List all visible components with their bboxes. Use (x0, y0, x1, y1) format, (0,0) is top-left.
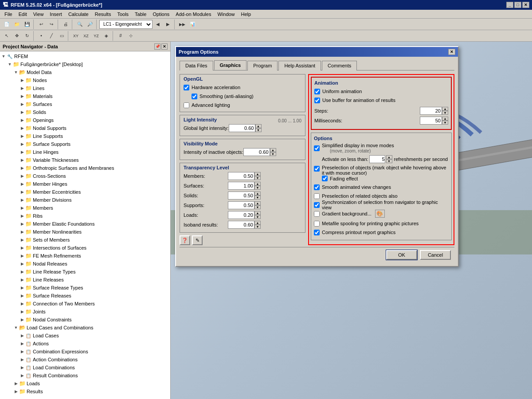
menu-insert[interactable]: Insert (47, 11, 65, 18)
steps-down[interactable]: ▼ (442, 111, 448, 115)
transparency-members-down[interactable]: ▼ (254, 176, 261, 180)
metafile-spooling-checkbox[interactable] (314, 221, 320, 227)
tab-graphics[interactable]: Graphics (214, 60, 247, 70)
tb-results[interactable]: 📊 (188, 20, 197, 29)
tree-nodal-releases[interactable]: ▶ 📁 Nodal Releases (0, 260, 170, 268)
uniform-animation-checkbox[interactable] (314, 89, 320, 94)
tb2-move[interactable]: ✥ (12, 31, 22, 41)
transparency-surfaces-input[interactable] (228, 182, 254, 190)
tb-open[interactable]: 📁 (12, 20, 22, 29)
expand-connection-two-members[interactable]: ▶ (20, 301, 25, 306)
transparency-loads-up[interactable]: ▲ (254, 211, 261, 215)
expand-project[interactable]: ▼ (7, 62, 12, 67)
close-window-button[interactable]: ✕ (522, 2, 529, 8)
tree-project[interactable]: ▼ 📁 Fußgängerbrücke* [Desktop] (0, 60, 170, 68)
ok-button[interactable]: OK (386, 250, 417, 260)
tb-zoom-out[interactable]: 🔎 (85, 20, 95, 29)
expand-nodal-releases[interactable]: ▶ (20, 261, 25, 266)
use-buffer-checkbox[interactable] (314, 98, 320, 103)
tree-line-supports[interactable]: ▶ 📁 Line Supports (0, 132, 170, 140)
help-icon-button[interactable]: ❓ (180, 235, 190, 245)
transparency-solids-input[interactable] (228, 192, 254, 200)
tree-solids[interactable]: ▶ 📁 Solids (0, 108, 170, 116)
expand-loads[interactable]: ▶ (13, 381, 19, 386)
expand-sets-of-members[interactable]: ▶ (20, 237, 25, 243)
tree-actions[interactable]: ▶ 📋 Actions (0, 340, 170, 348)
tree-action-combinations[interactable]: ▶ 📋 Action Combinations (0, 356, 170, 364)
transparency-solids-down[interactable]: ▼ (254, 196, 261, 200)
dialog-close-button[interactable]: ✕ (448, 49, 455, 55)
menu-window[interactable]: Window (215, 11, 237, 18)
expand-result-comb[interactable]: ▶ (20, 373, 25, 378)
transparency-isoband-up[interactable]: ▲ (254, 221, 261, 225)
expand-line-release-types[interactable]: ▶ (20, 269, 25, 274)
tree-loads[interactable]: ▶ 📁 Loads (0, 379, 170, 387)
transparency-surfaces-up[interactable]: ▲ (254, 182, 261, 186)
visibility-up[interactable]: ▲ (270, 148, 276, 152)
expand-openings[interactable]: ▶ (20, 117, 25, 123)
tab-program[interactable]: Program (247, 61, 278, 70)
tb-zoom-in[interactable]: 🔍 (75, 20, 85, 29)
menu-file[interactable]: File (2, 11, 15, 18)
expand-surface-supports[interactable]: ▶ (20, 141, 25, 147)
expand-results[interactable]: ▶ (13, 389, 19, 394)
maximize-button[interactable]: □ (514, 2, 521, 8)
tree-surfaces[interactable]: ▶ 📁 Surfaces (0, 100, 170, 108)
tree-line-releases[interactable]: ▶ 📁 Line Releases (0, 276, 170, 284)
tree-fe-mesh[interactable]: ▶ 📁 FE Mesh Refinements (0, 252, 170, 260)
expand-cross-sections[interactable]: ▶ (20, 173, 25, 179)
tree-load-combinations[interactable]: ▶ 📋 Load Combinations (0, 364, 170, 372)
expand-nodal-supports[interactable]: ▶ (20, 125, 25, 131)
minimize-button[interactable]: _ (506, 2, 513, 8)
tb-print[interactable]: 🖨 (61, 20, 70, 29)
synchronization-checkbox[interactable] (314, 202, 320, 208)
tree-variable-thicknesses[interactable]: ▶ 📁 Variable Thicknesses (0, 156, 170, 164)
expand-line-hinges[interactable]: ▶ (20, 149, 25, 155)
smooth-animated-checkbox[interactable] (314, 184, 320, 190)
tb2-view-3d[interactable]: ◈ (102, 31, 111, 41)
tree-result-combinations[interactable]: ▶ 📋 Result Combinations (0, 372, 170, 379)
expand-load-comb[interactable]: ▶ (20, 365, 25, 370)
expand-actions[interactable]: ▶ (20, 341, 25, 346)
tb-run[interactable]: ▶▶ (177, 20, 187, 29)
tb2-line[interactable]: ╱ (47, 31, 56, 41)
preselection-related-checkbox[interactable] (314, 193, 320, 199)
tb2-node[interactable]: • (36, 31, 46, 41)
gradient-background-checkbox[interactable] (314, 211, 320, 217)
expand-solids[interactable]: ▶ (20, 110, 25, 115)
expand-line-releases[interactable]: ▶ (20, 277, 25, 282)
hardware-acceleration-checkbox[interactable] (184, 85, 189, 90)
tb-save[interactable]: 💾 (22, 20, 32, 29)
expand-load-cases-comb[interactable]: ▼ (13, 325, 19, 330)
visibility-down[interactable]: ▼ (270, 152, 276, 156)
tree-load-cases-comb[interactable]: ▼ 📂 Load Cases and Combinations (0, 324, 170, 332)
expand-member-eccentricities[interactable]: ▶ (20, 189, 25, 195)
tree-nodal-supports[interactable]: ▶ 📁 Nodal Supports (0, 124, 170, 132)
tree-nodes[interactable]: ▶ 📁 Nodes (0, 76, 170, 84)
tb2-surface[interactable]: ▭ (57, 31, 66, 41)
transparency-isoband-input[interactable] (228, 221, 254, 229)
tree-orthotropic[interactable]: ▶ 📁 Orthotropic Surfaces and Membranes (0, 164, 170, 172)
tree-surface-releases[interactable]: ▶ 📁 Surface Releases (0, 292, 170, 300)
tree-member-nonlinearities[interactable]: ▶ 📁 Member Nonlinearities (0, 228, 170, 236)
tree-model-data[interactable]: ▼ 📂 Model Data (0, 68, 170, 76)
expand-surfaces[interactable]: ▶ (20, 102, 25, 107)
tree-member-elastic-foundations[interactable]: ▶ 📁 Member Elastic Foundations (0, 220, 170, 228)
fading-effect-checkbox[interactable] (322, 176, 328, 181)
tree-nodal-constraints[interactable]: ▶ 📁 Nodal Constraints (0, 316, 170, 324)
transparency-loads-input[interactable] (228, 211, 254, 219)
tb2-snap[interactable]: ⊹ (126, 31, 136, 41)
tb2-view-top[interactable]: XY (71, 31, 81, 41)
expand-comb-expr[interactable]: ▶ (20, 349, 25, 354)
transparency-isoband-down[interactable]: ▼ (254, 225, 261, 229)
menu-options[interactable]: Options (150, 11, 172, 18)
global-light-up[interactable]: ▲ (255, 124, 262, 128)
tree-cross-sections[interactable]: ▶ 📁 Cross-Sections (0, 172, 170, 180)
steps-up[interactable]: ▲ (442, 107, 448, 111)
tree-member-divisions[interactable]: ▶ 📁 Member Divisions (0, 196, 170, 204)
expand-variable-thicknesses[interactable]: ▶ (20, 157, 25, 163)
panel-close-button[interactable]: ✕ (161, 43, 168, 50)
advanced-lighting-checkbox[interactable] (184, 102, 189, 108)
transparency-supports-input[interactable] (228, 201, 254, 209)
tb2-view-side[interactable]: YZ (91, 31, 101, 41)
